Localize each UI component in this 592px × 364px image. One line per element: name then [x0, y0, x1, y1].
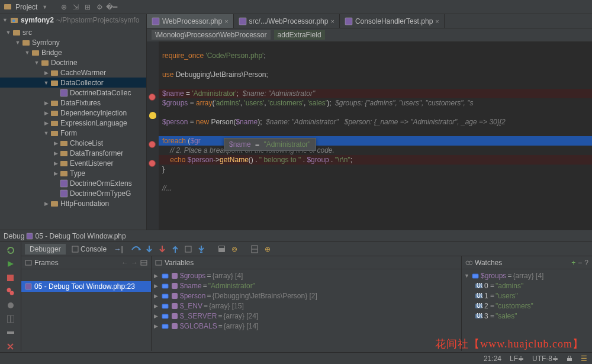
- editor-gutter[interactable]: [147, 41, 159, 230]
- layout-button[interactable]: [5, 314, 16, 323]
- scroll-from-icon[interactable]: ⊞: [83, 2, 92, 12]
- close-button[interactable]: [5, 342, 16, 351]
- view-breakpoints-button[interactable]: [5, 287, 16, 296]
- svg-rect-7: [51, 70, 58, 76]
- variables-panel: Variables ▶ $groups = {array} [4]▶ $name…: [152, 256, 462, 351]
- step-into-icon[interactable]: [143, 243, 155, 255]
- tab-debugger[interactable]: Debugger: [25, 244, 66, 255]
- close-tab-icon[interactable]: ×: [330, 18, 334, 25]
- pin-button[interactable]: [5, 328, 16, 337]
- code-editor[interactable]: require_once 'Code/Person.php';use Debug…: [147, 41, 592, 230]
- inline-value-tooltip: $name = "Administrator": [224, 138, 316, 151]
- svg-rect-10: [51, 101, 58, 106]
- step-out-icon[interactable]: [169, 243, 181, 255]
- project-label[interactable]: Project: [15, 3, 37, 11]
- intention-bulb-icon[interactable]: [149, 112, 156, 119]
- tree-node[interactable]: DoctrineDataCollec: [0, 88, 146, 98]
- caret-position[interactable]: 21:24: [484, 355, 501, 363]
- force-step-into-icon[interactable]: [156, 243, 168, 255]
- tree-node[interactable]: ▼Form: [0, 128, 146, 138]
- tree-node[interactable]: ▶DataTransformer: [0, 148, 146, 158]
- variable-row[interactable]: ▶ $GLOBALS = {array} [14]: [152, 321, 461, 331]
- remove-watch-icon[interactable]: −: [578, 259, 582, 267]
- tree-node[interactable]: ▶CacheWarmer: [0, 67, 146, 78]
- svg-rect-36: [219, 246, 224, 248]
- project-tree-panel: ▼ symfony2 ~/PhpstormProjects/symfo ▼src…: [0, 14, 147, 230]
- resume-button[interactable]: [5, 259, 16, 268]
- editor-tab[interactable]: WebProcessor.php×: [147, 14, 234, 28]
- file-encoding[interactable]: UTF-8≑: [532, 355, 558, 363]
- tree-node[interactable]: ▼Doctrine: [0, 57, 146, 67]
- tree-node[interactable]: ▼src: [0, 27, 146, 37]
- dropdown-icon[interactable]: ▼: [42, 4, 47, 10]
- svg-rect-2: [12, 20, 15, 22]
- watch-row[interactable]: ▼ $groups = {array} [4]: [462, 270, 592, 281]
- variables-title: Variables: [165, 259, 194, 267]
- variable-row[interactable]: ▶ $_SERVER = {array} [24]: [152, 311, 461, 321]
- tree-node[interactable]: DoctrineOrmTypeG: [0, 188, 146, 198]
- step-over-icon[interactable]: [130, 243, 142, 255]
- breadcrumb: \Monolog\Processor\WebProcessor addExtra…: [147, 28, 592, 41]
- thread-dropdown-icon[interactable]: [140, 259, 147, 266]
- scroll-to-icon[interactable]: ⇲: [71, 2, 81, 12]
- run-to-cursor-icon[interactable]: [195, 243, 207, 255]
- output-toggle-icon[interactable]: →|: [112, 243, 124, 255]
- svg-rect-48: [162, 294, 168, 298]
- tree-node[interactable]: ▶HttpFoundation: [0, 198, 146, 208]
- evaluate-icon[interactable]: [215, 243, 227, 255]
- breakpoint-icon[interactable]: [149, 141, 156, 148]
- variable-row[interactable]: ▶ $person = {Debugging\JetBrains\Person}…: [152, 291, 461, 301]
- mute-breakpoints-button[interactable]: [5, 301, 16, 310]
- watch-item[interactable]: 00 1 = "users": [462, 291, 592, 301]
- watch-item[interactable]: 00 3 = "sales": [462, 311, 592, 321]
- tree-node[interactable]: ▶DependencyInjection: [0, 108, 146, 118]
- sort-icon[interactable]: [249, 243, 260, 255]
- variable-row[interactable]: ▶ $groups = {array} [4]: [152, 270, 461, 281]
- close-tab-icon[interactable]: ×: [224, 18, 228, 25]
- project-root[interactable]: ▼ symfony2 ~/PhpstormProjects/symfo: [0, 14, 146, 26]
- tree-node[interactable]: ▶Type: [0, 168, 146, 178]
- close-tab-icon[interactable]: ×: [435, 18, 439, 25]
- frame-row[interactable]: 05 - Debug Tool Window.php:23: [21, 281, 151, 292]
- crumb-namespace[interactable]: \Monolog\Processor\WebProcessor: [152, 30, 271, 40]
- editor-tab[interactable]: src/.../WebProcessor.php×: [234, 14, 340, 28]
- tree-node[interactable]: ▼DataCollector: [0, 78, 146, 88]
- tab-console[interactable]: Console: [67, 244, 111, 255]
- filter-icon[interactable]: ⊕: [262, 243, 274, 255]
- stop-button[interactable]: [5, 273, 16, 282]
- tree-node[interactable]: ▶ExpressionLanguage: [0, 118, 146, 128]
- tree-node[interactable]: ▶ChoiceList: [0, 138, 146, 148]
- svg-point-27: [10, 291, 14, 295]
- svg-rect-18: [60, 180, 67, 187]
- settings-icon[interactable]: ⊚: [229, 243, 240, 255]
- tree-node[interactable]: ▶DataFixtures: [0, 98, 146, 108]
- collapse-icon[interactable]: ⊕: [59, 2, 69, 12]
- breakpoint-icon[interactable]: [149, 94, 156, 101]
- gear-icon[interactable]: ⚙: [95, 2, 104, 12]
- line-separator[interactable]: LF≑: [510, 355, 524, 363]
- tree-node[interactable]: ▼Bridge: [0, 47, 146, 57]
- watch-item[interactable]: 00 2 = "customers": [462, 301, 592, 311]
- prev-frame-icon[interactable]: ←: [121, 259, 128, 267]
- drop-frame-icon[interactable]: [182, 243, 194, 255]
- svg-rect-46: [162, 284, 168, 288]
- watches-help-icon[interactable]: ?: [584, 259, 588, 267]
- variable-row[interactable]: ▶ $name = "Administrator": [152, 281, 461, 291]
- inspections-icon[interactable]: ☰: [581, 355, 587, 363]
- debug-tool-window: Debugger Console →| ⊚ ⊕ Frames: [0, 241, 592, 351]
- watch-item[interactable]: 00 0 = "admins": [462, 281, 592, 291]
- hide-icon[interactable]: �━: [107, 2, 116, 12]
- breakpoint-icon[interactable]: [149, 160, 156, 167]
- next-frame-icon[interactable]: →: [131, 259, 138, 267]
- crumb-method[interactable]: addExtraField: [274, 30, 325, 40]
- add-watch-icon[interactable]: +: [571, 259, 575, 267]
- rerun-button[interactable]: [5, 246, 16, 255]
- editor-tab[interactable]: ConsoleHandlerTest.php×: [340, 14, 445, 28]
- tree-node[interactable]: ▶EventListener: [0, 158, 146, 168]
- variable-row[interactable]: ▶ $_ENV = {array} [15]: [152, 301, 461, 311]
- tree-node[interactable]: ▼Symfony: [0, 37, 146, 47]
- svg-rect-5: [32, 50, 39, 56]
- tree-node[interactable]: DoctrineOrmExtens: [0, 178, 146, 188]
- debug-window-title[interactable]: Debug 05 - Debug Tool Window.php: [0, 230, 592, 241]
- readonly-lock-icon[interactable]: [567, 356, 572, 362]
